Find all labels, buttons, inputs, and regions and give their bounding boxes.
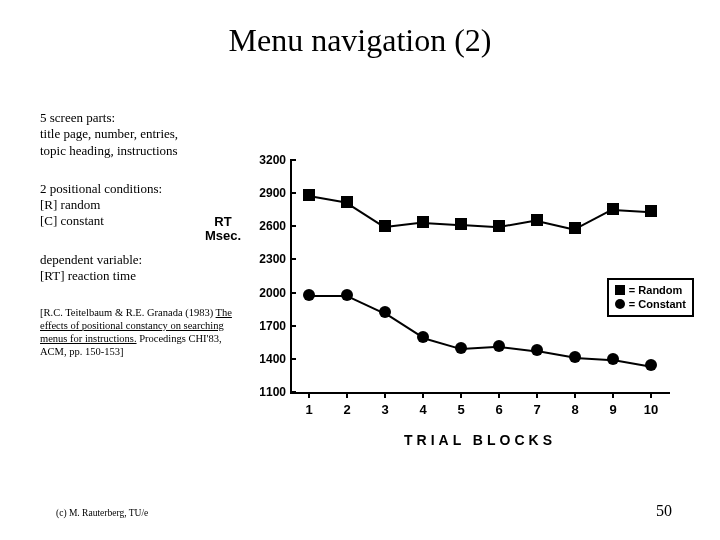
text-line: [RT] reaction time xyxy=(40,268,240,284)
circle-marker xyxy=(645,359,657,371)
y-tick-label: 1100 xyxy=(259,385,286,399)
legend-label: = Constant xyxy=(629,297,686,311)
square-marker xyxy=(341,196,353,208)
x-tick-mark xyxy=(460,392,462,398)
x-axis-label: TRIAL BLOCKS xyxy=(290,432,670,448)
square-marker xyxy=(455,218,467,230)
x-tick-label: 1 xyxy=(305,402,312,417)
x-tick-mark xyxy=(536,392,538,398)
square-marker xyxy=(303,189,315,201)
square-marker xyxy=(607,203,619,215)
legend-label: = Random xyxy=(629,283,682,297)
text-line: title page, number, entries, xyxy=(40,126,240,142)
x-tick-mark xyxy=(612,392,614,398)
circle-marker xyxy=(379,306,391,318)
x-tick-label: 9 xyxy=(609,402,616,417)
text-line: 2 positional conditions: xyxy=(40,181,240,197)
y-axis-ticks: 32002900260023002000170014001100 xyxy=(248,158,288,392)
page-number: 50 xyxy=(656,502,672,520)
square-marker xyxy=(569,222,581,234)
citation: [R.C. Teitelbaum & R.E. Granada (1983) T… xyxy=(40,306,240,359)
chart: RT Msec. 3200290026002300200017001400110… xyxy=(240,150,700,460)
y-tick-label: 2600 xyxy=(259,219,286,233)
plot-area xyxy=(290,160,670,392)
x-tick-label: 10 xyxy=(644,402,658,417)
y-axis-label: RT Msec. xyxy=(198,215,248,244)
x-tick-mark xyxy=(498,392,500,398)
x-tick-label: 3 xyxy=(381,402,388,417)
y-tick-label: 2000 xyxy=(259,286,286,300)
square-marker xyxy=(531,214,543,226)
x-tick-mark xyxy=(650,392,652,398)
x-tick-mark xyxy=(346,392,348,398)
x-tick-label: 6 xyxy=(495,402,502,417)
square-marker xyxy=(417,216,429,228)
y-tick-label: 1700 xyxy=(259,319,286,333)
dv-block: dependent variable: [RT] reaction time xyxy=(40,252,240,285)
circle-marker xyxy=(417,331,429,343)
circle-marker xyxy=(455,342,467,354)
square-marker xyxy=(379,220,391,232)
circle-marker xyxy=(607,353,619,365)
y-axis-label-line2: Msec. xyxy=(198,229,248,243)
y-tick-label: 2900 xyxy=(259,186,286,200)
y-tick-label: 3200 xyxy=(259,153,286,167)
page-title: Menu navigation (2) xyxy=(0,0,720,59)
legend-row-constant: = Constant xyxy=(615,297,686,311)
x-tick-label: 8 xyxy=(571,402,578,417)
x-axis-ticks: 12345678910 xyxy=(290,392,670,432)
circle-marker xyxy=(531,344,543,356)
legend-row-random: = Random xyxy=(615,283,686,297)
x-tick-mark xyxy=(308,392,310,398)
x-tick-label: 4 xyxy=(419,402,426,417)
screen-parts-block: 5 screen parts: title page, number, entr… xyxy=(40,110,240,159)
citation-pre: [R.C. Teitelbaum & R.E. Granada (1983) xyxy=(40,307,216,318)
circle-icon xyxy=(615,299,625,309)
footer-copyright: (c) M. Rauterberg, TU/e xyxy=(56,508,148,518)
x-tick-label: 5 xyxy=(457,402,464,417)
x-tick-mark xyxy=(422,392,424,398)
x-tick-mark xyxy=(574,392,576,398)
square-icon xyxy=(615,285,625,295)
circle-marker xyxy=(341,289,353,301)
y-tick-label: 2300 xyxy=(259,252,286,266)
circle-marker xyxy=(569,351,581,363)
y-axis-label-line1: RT xyxy=(198,215,248,229)
text-line: [R] random xyxy=(40,197,240,213)
legend: = Random = Constant xyxy=(607,278,694,317)
text-line: dependent variable: xyxy=(40,252,240,268)
text-line: 5 screen parts: xyxy=(40,110,240,126)
x-tick-label: 7 xyxy=(533,402,540,417)
square-marker xyxy=(493,220,505,232)
square-marker xyxy=(645,205,657,217)
y-tick-label: 1400 xyxy=(259,352,286,366)
x-tick-label: 2 xyxy=(343,402,350,417)
circle-marker xyxy=(493,340,505,352)
circle-marker xyxy=(303,289,315,301)
text-line: topic heading, instructions xyxy=(40,143,240,159)
x-tick-mark xyxy=(384,392,386,398)
